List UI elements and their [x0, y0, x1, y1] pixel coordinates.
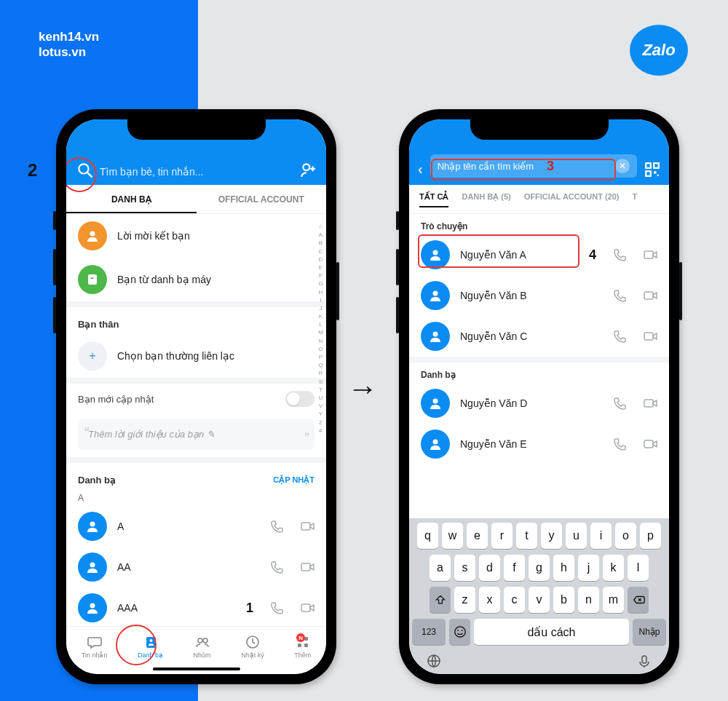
call-icon[interactable] [612, 247, 627, 262]
key-q[interactable]: q [417, 523, 438, 549]
video-call-icon[interactable] [643, 288, 657, 303]
filter-oa[interactable]: OFFICIAL ACCOUNT (20) [524, 192, 620, 207]
keyboard: qwertyuiop asdfghjkl zxcvbnm 123 dấu các… [409, 518, 669, 674]
key-c[interactable]: c [504, 587, 525, 613]
key-p[interactable]: p [640, 523, 661, 549]
nav-messages[interactable]: Tin nhắn [82, 635, 108, 659]
screen-search: ‹ Nhập tên cần tìm kiếm 3 ✕ TẤT CẢ DANH … [409, 119, 669, 674]
filter-contacts[interactable]: DANH BẠ (5) [462, 192, 510, 207]
call-icon[interactable] [612, 329, 627, 344]
key-a[interactable]: a [430, 555, 451, 581]
call-icon[interactable] [612, 437, 627, 451]
toggle-switch[interactable] [285, 391, 314, 407]
update-button[interactable]: CẬP NHẬT [273, 475, 314, 485]
key-f[interactable]: f [504, 555, 525, 581]
key-s[interactable]: s [454, 555, 475, 581]
key-d[interactable]: d [479, 555, 500, 581]
key-i[interactable]: i [590, 523, 612, 549]
key-h[interactable]: h [553, 555, 574, 581]
mic-icon[interactable] [637, 654, 652, 668]
row-phone-contacts[interactable]: Bạn từ danh bạ máy [66, 258, 326, 301]
home-indicator[interactable] [153, 668, 240, 670]
tab-contacts[interactable]: DANH BẠ [66, 185, 197, 213]
nav-groups[interactable]: Nhóm [194, 635, 211, 659]
avatar-icon [421, 322, 450, 351]
clear-icon[interactable]: ✕ [615, 159, 630, 173]
video-call-icon[interactable] [643, 247, 657, 262]
search-result-item[interactable]: Nguyễn Văn B [409, 275, 669, 316]
emoji-icon [454, 625, 467, 638]
search-icon[interactable] [76, 162, 92, 178]
site-link-lotus: lotus.vn [39, 44, 99, 60]
key-g[interactable]: g [529, 555, 550, 581]
search-bar[interactable]: Nhập tên cần tìm kiếm 3 ✕ [430, 154, 637, 178]
video-call-icon[interactable] [643, 437, 657, 451]
key-z[interactable]: z [454, 587, 475, 613]
contact-item[interactable]: AAA 1 [66, 587, 326, 628]
avatar-icon [78, 512, 107, 541]
key-space[interactable]: dấu cách [474, 619, 629, 645]
video-call-icon[interactable] [643, 329, 657, 344]
friend-request-icon [78, 221, 107, 250]
key-backspace[interactable] [628, 587, 649, 613]
step-4-label: 4 [589, 247, 596, 263]
key-t[interactable]: t [516, 523, 537, 549]
key-y[interactable]: y [541, 523, 562, 549]
key-w[interactable]: w [442, 523, 463, 549]
key-u[interactable]: u [566, 523, 587, 549]
filter-more[interactable]: T [633, 192, 638, 207]
key-shift[interactable] [430, 587, 451, 613]
call-icon[interactable] [269, 601, 284, 615]
qr-icon[interactable] [644, 162, 660, 178]
back-icon[interactable]: ‹ [418, 161, 423, 178]
key-o[interactable]: o [615, 523, 636, 549]
chat-icon [87, 635, 102, 649]
key-m[interactable]: m [603, 587, 624, 613]
contact-item[interactable]: A [66, 506, 326, 547]
key-e[interactable]: e [467, 523, 488, 549]
zalo-logo: Zalo [630, 25, 688, 83]
search-result-item[interactable]: Nguyễn Văn E [409, 424, 669, 464]
key-l[interactable]: l [628, 555, 649, 581]
filter-all[interactable]: TẤT CẢ [419, 192, 448, 207]
key-n[interactable]: n [578, 587, 599, 613]
key-emoji[interactable] [449, 619, 470, 645]
key-r[interactable]: r [491, 523, 513, 549]
key-b[interactable]: b [553, 587, 574, 613]
search-result-item[interactable]: Nguyễn Văn C [409, 316, 669, 357]
top-tabs: DANH BẠ OFFICIAL ACCOUNT [66, 185, 326, 214]
video-call-icon[interactable] [300, 519, 314, 534]
row-friend-requests[interactable]: Lời mời kết bạn [66, 214, 326, 258]
nav-diary[interactable]: Nhật ký [241, 635, 264, 659]
avatar-icon [421, 240, 450, 269]
nav-more[interactable]: ThêmN [294, 635, 311, 659]
key-enter[interactable]: Nhập [633, 619, 666, 645]
alpha-index[interactable]: ☆ABCDEFGHIJKLMNOPQRSTUVYZ# [318, 223, 323, 435]
contact-item[interactable]: AA [66, 547, 326, 587]
add-friend-icon[interactable] [300, 162, 316, 178]
call-icon[interactable] [612, 396, 627, 411]
video-call-icon[interactable] [300, 601, 314, 615]
call-icon[interactable] [269, 560, 284, 574]
tab-official-account[interactable]: OFFICIAL ACCOUNT [197, 185, 327, 213]
contacts-header: Danh bạ CẬP NHẬT [66, 463, 326, 490]
video-call-icon[interactable] [300, 560, 314, 574]
globe-icon[interactable] [427, 654, 441, 668]
key-123[interactable]: 123 [412, 619, 446, 645]
arrow-icon: → [347, 371, 378, 406]
video-call-icon[interactable] [643, 396, 657, 411]
key-j[interactable]: j [578, 555, 599, 581]
key-x[interactable]: x [479, 587, 500, 613]
row-choose-close-friend[interactable]: + Chọn bạn thường liên lạc [66, 334, 326, 378]
step-1-label: 1 [246, 601, 253, 616]
search-result-item[interactable]: Nguyễn Văn D [409, 383, 669, 424]
nav-contacts[interactable]: Danh bạ [138, 635, 163, 659]
call-icon[interactable] [612, 288, 627, 303]
avatar-icon [421, 281, 450, 310]
call-icon[interactable] [269, 519, 284, 534]
key-k[interactable]: k [603, 555, 624, 581]
intro-input[interactable]: Thêm lời giới thiệu của bạn ✎ [78, 419, 314, 450]
key-v[interactable]: v [529, 587, 550, 613]
search-result-item[interactable]: Nguyễn Văn A 4 [409, 234, 669, 275]
search-input[interactable]: Tìm bạn bè, tin nhắn... [100, 166, 293, 178]
